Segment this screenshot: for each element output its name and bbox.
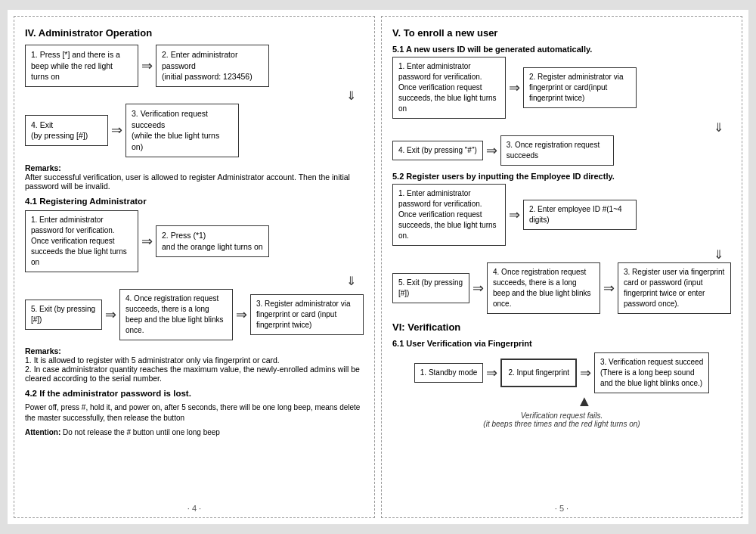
flow-section-51: 1. Enter administrator password for veri…: [392, 57, 731, 166]
flow52-box4: 4. Once registration request succeeds, t…: [487, 262, 600, 314]
flow52-box1: 1. Enter administrator password for veri…: [392, 184, 506, 246]
vd-top-row: 1. Standby mode ⇒ 2. Input fingerprint ⇒…: [414, 352, 709, 393]
remarks1-text: After successful verification, user is a…: [25, 172, 350, 191]
flow-section-52: 1. Enter administrator password for veri…: [392, 184, 731, 314]
flow2-box3: 3. Register administrator via fingerprin…: [250, 294, 364, 335]
flow2-box2: 2. Press (*1) and the orange light turns…: [156, 225, 269, 256]
flow1-row2: 4. Exit (by pressing [#]) ⇐ 3. Verificat…: [25, 104, 364, 157]
arrow-down-1: ⇓: [346, 90, 356, 102]
arrow-left-1: ⇐: [111, 122, 122, 138]
section52-title: 5.2 Register users by inputting the Empl…: [392, 172, 731, 181]
flow1-row1: 1. Press [*] and there is a beep while t…: [25, 45, 364, 87]
arrow-down-52: ⇓: [714, 249, 723, 261]
flow1-box1: 1. Press [*] and there is a beep while t…: [25, 45, 138, 87]
arrow-right-61: ⇒: [486, 365, 497, 381]
arrow-left-52b: ⇐: [603, 280, 615, 296]
section42-text: Power off, press #, hold it, and power o…: [25, 402, 364, 424]
flow2-box5: 5. Exit (by pressing [#]): [25, 300, 102, 330]
remarks1-title: Remarks:: [25, 163, 61, 172]
remarks2: Remarks: 1. It is allowed to register wi…: [25, 346, 364, 383]
page4-title: IV. Administrator Operation: [25, 27, 364, 39]
flow51-box1: 1. Enter administrator password for veri…: [392, 57, 506, 119]
remarks2-title: Remarks:: [25, 346, 61, 355]
arrow-down-2: ⇓: [346, 275, 356, 287]
arrow-right-1: ⇒: [141, 57, 153, 74]
flow1-box4: 4. Exit (by pressing [#]): [25, 115, 108, 146]
page-4: IV. Administrator Operation 1. Press [*]…: [14, 16, 375, 518]
flow51-box2: 2. Register administrator via fingerprin…: [523, 67, 637, 108]
flow2-box4: 4. Once registration request succeeds, t…: [119, 289, 233, 340]
flow52-box2: 2. Enter employee ID #(1~4 digits): [523, 200, 637, 230]
arrow-right-62: ⇒: [580, 365, 591, 381]
arrow-down-51: ⇓: [714, 122, 723, 134]
vd-fail: Verification request fails. (it beeps th…: [483, 411, 640, 428]
document-container: IV. Administrator Operation 1. Press [*]…: [8, 10, 748, 524]
vd-box3: 3. Verification request succeed (There i…: [594, 352, 709, 393]
attention-body: Do not release the # button until one lo…: [63, 428, 220, 436]
flow52-box5: 5. Exit (by pressing [#]): [392, 273, 469, 303]
remarks2-line1: 1. It is allowed to register with 5 admi…: [25, 355, 280, 365]
vd-box1: 1. Standby mode: [414, 363, 484, 383]
flow1-box2: 2. Enter administrator password (initial…: [156, 45, 269, 87]
arrow-left-52a: ⇐: [472, 280, 484, 296]
flow51-row2: 4. Exit (by pressing "#") ⇐ 3. Once regi…: [392, 135, 731, 166]
remarks2-line2: 2. In case administrator quantity reache…: [25, 365, 360, 383]
arrow-right-52: ⇒: [509, 206, 520, 223]
vd-fail-text: Verification request fails. (it beeps th…: [483, 411, 640, 428]
flow2-box1: 1. Enter administrator password for veri…: [25, 210, 138, 272]
flow1-box3: 3. Verification request succeeds (while …: [125, 104, 239, 157]
verification-diagram: 1. Standby mode ⇒ 2. Input fingerprint ⇒…: [392, 352, 731, 428]
flow51-row1: 1. Enter administrator password for veri…: [392, 57, 731, 119]
page5-num: · 5 ·: [382, 504, 742, 513]
arrow-right-2: ⇒: [141, 233, 153, 250]
attention-label: Attention:: [25, 428, 60, 436]
flow52-row2: 5. Exit (by pressing [#]) ⇐ 4. Once regi…: [392, 262, 731, 314]
flow52-box3: 3. Register user via fingerprint card or…: [618, 262, 731, 314]
arrow-right-51: ⇒: [509, 79, 520, 96]
flow51-box3: 3. Once registration request succeeds: [500, 135, 614, 166]
flow-section-41: 1. Enter administrator password for veri…: [25, 210, 364, 340]
flow2-row2: 5. Exit (by pressing [#]) ⇐ 4. Once regi…: [25, 289, 364, 340]
section6-title: VI: Verification: [392, 321, 731, 333]
vd-up-arrow: ▲: [577, 393, 592, 408]
section42-title: 4.2 If the administrator password is los…: [25, 389, 364, 398]
section41-title: 4.1 Registering Administrator: [25, 197, 364, 206]
page-5: V. To enroll a new user 5.1 A new users …: [381, 16, 742, 518]
section61-title: 6.1 User Verification via Fingerprint: [392, 339, 731, 348]
flow51-box4: 4. Exit (by pressing "#"): [392, 141, 483, 160]
vd-box2: 2. Input fingerprint: [500, 359, 577, 387]
arrow-left-3: ⇐: [236, 306, 247, 323]
page5-title: V. To enroll a new user: [392, 27, 731, 39]
flow2-row1: 1. Enter administrator password for veri…: [25, 210, 364, 272]
attention-text: Attention: Do not release the # button u…: [25, 428, 364, 436]
flow-section-1: 1. Press [*] and there is a beep while t…: [25, 45, 364, 157]
page4-num: · 4 ·: [14, 504, 374, 513]
flow52-row1: 1. Enter administrator password for veri…: [392, 184, 731, 246]
arrow-left-2: ⇐: [105, 306, 116, 323]
remarks1: Remarks: After successful verification, …: [25, 163, 364, 191]
vd-fail-label: Verification request fails. (it beeps th…: [483, 411, 640, 428]
arrow-left-51: ⇐: [486, 142, 497, 159]
section51-title: 5.1 A new users ID will be generated aut…: [392, 45, 731, 54]
